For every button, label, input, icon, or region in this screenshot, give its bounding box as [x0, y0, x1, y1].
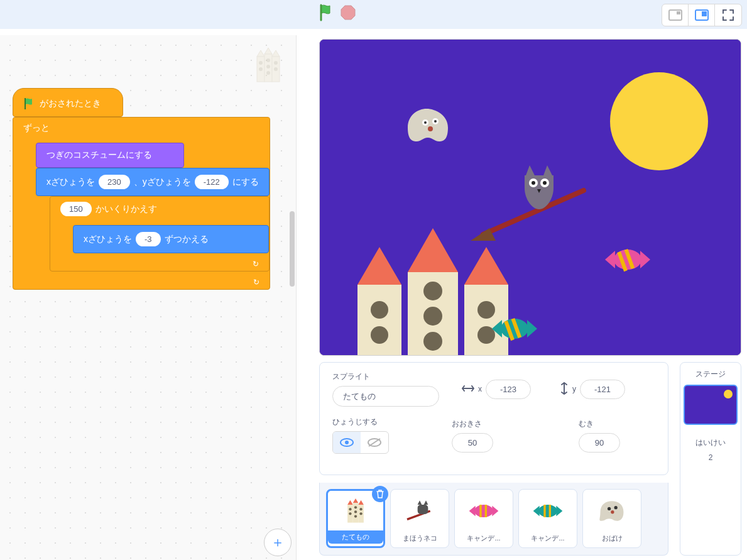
- scrollbar-vertical[interactable]: [290, 211, 295, 287]
- loop-arrow-icon: ↻: [253, 278, 259, 287]
- svg-point-79: [474, 505, 493, 517]
- svg-rect-80: [479, 505, 481, 517]
- fullscreen-button[interactable]: [715, 4, 741, 26]
- svg-point-43: [423, 332, 442, 351]
- loop-arrow-icon: ↻: [253, 260, 259, 268]
- sprite-tile-candy2[interactable]: キャンデ...: [518, 489, 577, 548]
- xy-icon: [560, 382, 569, 397]
- repeat-count-input[interactable]: 150: [60, 202, 92, 216]
- show-label: ひょうじする: [332, 417, 389, 427]
- y-value-input[interactable]: -122: [195, 175, 229, 189]
- svg-rect-85: [543, 505, 545, 517]
- eye-off-icon: [368, 437, 381, 447]
- plus-icon: ＋: [271, 533, 285, 552]
- backdrop-thumb[interactable]: [684, 385, 738, 425]
- svg-rect-2: [677, 11, 680, 14]
- next-costume-block[interactable]: つぎのコスチュームにする: [36, 143, 184, 168]
- svg-point-40: [371, 326, 388, 344]
- svg-point-71: [359, 508, 362, 510]
- change-x-input[interactable]: -3: [136, 232, 161, 246]
- show-button[interactable]: [333, 432, 361, 453]
- svg-marker-9: [272, 50, 280, 57]
- sprite-tile-label: まほうネコ: [391, 532, 449, 545]
- svg-marker-75: [424, 500, 428, 505]
- svg-point-17: [274, 67, 278, 71]
- direction-label: むき: [579, 419, 620, 429]
- svg-point-19: [610, 72, 708, 170]
- block-label: ずつかえる: [165, 234, 209, 245]
- svg-rect-86: [549, 505, 551, 517]
- svg-marker-5: [257, 50, 264, 57]
- sprite-tile-label: キャンデ...: [519, 532, 577, 545]
- sprite-tile-building[interactable]: たてもの: [326, 489, 385, 548]
- green-flag-icon[interactable]: [319, 4, 335, 23]
- size-label: おおきさ: [452, 419, 493, 429]
- sprite-tile-cat[interactable]: まほうネコ: [390, 489, 449, 548]
- sprite-tile-label: たてもの: [328, 530, 383, 544]
- block-stack[interactable]: がおされたとき ずっと つぎのコスチュームにする xざひょうを 230 、yざひ…: [13, 88, 270, 290]
- x-value-input[interactable]: 230: [99, 175, 130, 189]
- block-label: つぎのコスチュームにする: [46, 150, 152, 161]
- svg-point-44: [477, 301, 495, 319]
- sprite-tile-label: キャンデ...: [455, 532, 513, 545]
- xy-icon: [462, 384, 474, 395]
- goto-xy-block[interactable]: xざひょうを 230 、yざひょうを -122 にする: [36, 168, 270, 196]
- stage-title: ステージ: [695, 369, 726, 380]
- stop-icon[interactable]: [341, 5, 356, 22]
- eye-icon: [340, 437, 354, 447]
- svg-point-12: [259, 67, 263, 71]
- svg-point-68: [354, 506, 357, 508]
- svg-point-89: [611, 510, 614, 513]
- repeat-block[interactable]: 150 かいくりかえす xざひょうを -3 ずつかえる: [50, 196, 270, 272]
- svg-point-72: [359, 512, 362, 515]
- add-extension-button[interactable]: ＋: [264, 529, 292, 556]
- sprite-list: たてもの まほうネコ キャンデ... キャンデ... おばけ: [319, 483, 668, 556]
- x-input[interactable]: [486, 380, 531, 399]
- backdrops-label: はいけい: [695, 437, 726, 448]
- stage-selector[interactable]: ステージ はいけい 2: [680, 362, 741, 556]
- svg-point-23: [434, 120, 437, 123]
- delete-sprite-button[interactable]: [372, 486, 388, 502]
- stage[interactable]: [319, 39, 741, 356]
- blocks-workspace[interactable]: がおされたとき ずっと つぎのコスチュームにする xざひょうを 230 、yざひ…: [0, 35, 297, 560]
- svg-point-39: [371, 301, 388, 319]
- block-label: 、yざひょうを: [134, 177, 191, 188]
- visibility-toggle: [332, 431, 389, 454]
- svg-point-31: [543, 181, 547, 185]
- svg-point-67: [349, 512, 351, 515]
- forever-block[interactable]: ずっと つぎのコスチュームにする xざひょうを 230 、yざひょうを -122…: [13, 117, 270, 290]
- svg-point-87: [608, 507, 611, 510]
- svg-point-42: [423, 307, 442, 326]
- y-input[interactable]: [580, 380, 625, 399]
- svg-point-24: [428, 126, 433, 131]
- when-flag-clicked-block[interactable]: がおされたとき: [13, 88, 123, 117]
- change-x-block[interactable]: xざひょうを -3 ずつかえる: [73, 225, 269, 253]
- svg-rect-33: [357, 285, 401, 356]
- large-stage-button[interactable]: [689, 4, 715, 26]
- stage-size-controls: [662, 4, 742, 26]
- svg-point-41: [423, 282, 442, 300]
- svg-point-21: [424, 121, 427, 124]
- sprite-name-input[interactable]: [332, 386, 439, 407]
- svg-marker-64: [358, 500, 364, 504]
- block-label: xざひょうを: [46, 177, 95, 188]
- svg-point-29: [532, 181, 535, 185]
- sprite-thumb: [455, 490, 513, 532]
- svg-marker-0: [341, 6, 355, 19]
- svg-point-15: [266, 71, 270, 75]
- hide-button[interactable]: [361, 432, 388, 453]
- svg-point-16: [274, 61, 278, 65]
- direction-input[interactable]: [579, 433, 620, 453]
- size-input[interactable]: [452, 433, 493, 453]
- svg-point-66: [349, 508, 351, 510]
- small-stage-button[interactable]: [662, 4, 689, 26]
- svg-marker-74: [418, 500, 422, 505]
- sprite-tile-ghost[interactable]: おばけ: [582, 489, 641, 548]
- sprite-tile-candy1[interactable]: キャンデ...: [454, 489, 513, 548]
- x-label: x: [478, 385, 482, 393]
- sprite-info-panel: スプライト x y ひょうじする おおきさ: [319, 362, 668, 475]
- sprite-thumb: [583, 490, 641, 532]
- block-label: にする: [232, 177, 259, 188]
- svg-marker-62: [353, 498, 359, 503]
- svg-rect-76: [418, 505, 428, 514]
